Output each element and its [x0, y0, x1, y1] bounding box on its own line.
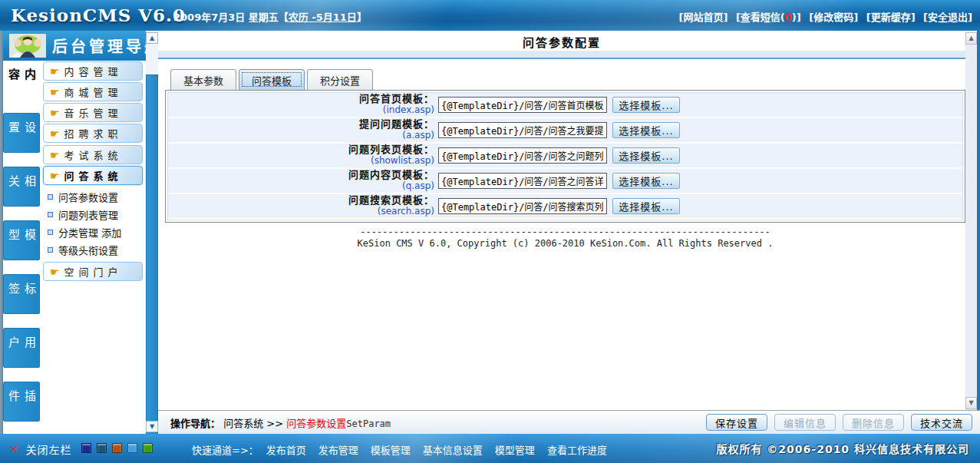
thumb-hand-icon: ☛: [50, 86, 60, 98]
quick-channel-label: 快速通道=>：: [192, 442, 259, 457]
quick-link-publish-home[interactable]: 发布首页: [266, 442, 306, 457]
sidebar-menu: ☛内容管理 ☛商城管理 ☛音乐管理 ☛招聘求职 ☛考试系统 ☛问答系统 问答参数…: [40, 61, 146, 434]
choose-template-button[interactable]: 选择模板...: [612, 198, 680, 214]
scroll-up-icon[interactable]: ▲: [146, 32, 158, 44]
template-path-input[interactable]: [438, 97, 607, 113]
field-label: 提问问题模板： (a.asp): [168, 119, 438, 141]
menu-group-label: 空间门户: [64, 264, 123, 279]
quick-link-publish-manage[interactable]: 发布管理: [318, 442, 358, 457]
sidebar-tab-users[interactable]: 用户: [3, 328, 40, 368]
choose-template-button[interactable]: 选择模板...: [612, 173, 680, 189]
breadcrumb-section[interactable]: 问答系统: [223, 418, 263, 429]
sidebar-tab-model[interactable]: 模型: [3, 220, 40, 260]
sidebar-tab-column: 内容 设置 相关 模型 标签 用户 插件: [3, 61, 40, 434]
top-bar: KesionCMS V6.0 2009年7月3日 星期五【农历 -5月11日】 …: [0, 0, 980, 31]
template-form-inner: 问答首页模板： (index.asp) 选择模板... 提问问题模板： (a.a…: [167, 92, 963, 220]
menu-item-rank-titles[interactable]: 等级头衔设置: [48, 242, 143, 257]
menu-group-mall[interactable]: ☛商城管理: [43, 82, 143, 101]
sidebar-tab-related[interactable]: 相关: [3, 167, 40, 207]
field-label: 问答首页模板： (index.asp): [168, 94, 438, 116]
menu-group-music[interactable]: ☛音乐管理: [43, 103, 143, 122]
app-window: KesionCMS V6.0 2009年7月3日 星期五【农历 -5月11日】 …: [0, 0, 980, 463]
quick-link-model-manage[interactable]: 模型管理: [495, 442, 535, 457]
field-file-link[interactable]: (showlist.asp): [168, 156, 434, 167]
template-path-input[interactable]: [438, 147, 607, 164]
template-path-input[interactable]: [438, 198, 607, 214]
field-label: 问题搜索页模板： (search.asp): [168, 195, 438, 217]
theme-swatch-rust[interactable]: [112, 443, 122, 453]
sidebar-scrollbar: ▲ ▼: [146, 31, 158, 434]
breadcrumb-current: 问答参数设置: [286, 418, 346, 429]
scroll-down-icon[interactable]: ▼: [146, 421, 158, 432]
sidebar-tab-settings[interactable]: 设置: [3, 113, 40, 153]
thumb-hand-icon: ☛: [50, 127, 60, 140]
tab-points-settings[interactable]: 积分设置: [307, 69, 373, 90]
theme-swatch-green[interactable]: [143, 443, 153, 453]
sidebar-scrollbar-thumb[interactable]: [146, 74, 158, 451]
field-name: 问答首页模板：: [168, 94, 434, 105]
quick-link-basic-info[interactable]: 基本信息设置: [423, 442, 483, 457]
menu-item-label: 分类管理 添加: [58, 225, 121, 240]
tab-basic-params[interactable]: 基本参数: [170, 69, 236, 90]
refresh-cache-link[interactable]: [更新缓存]: [866, 12, 916, 23]
theme-swatch-blue[interactable]: [127, 443, 137, 453]
menu-item-qa-params[interactable]: 问答参数设置: [48, 189, 143, 204]
edit-info-button: 编辑信息: [774, 414, 836, 431]
choose-template-button[interactable]: 选择模板...: [612, 147, 680, 164]
menu-item-label: 等级头衔设置: [58, 243, 118, 257]
thumb-hand-icon: ☛: [50, 266, 60, 278]
choose-template-button[interactable]: 选择模板...: [612, 97, 680, 113]
field-file-link[interactable]: (search.asp): [168, 207, 434, 217]
sidebar-tab-plugins[interactable]: 插件: [3, 382, 40, 422]
theme-swatch-teal[interactable]: [97, 443, 107, 453]
field-label: 问题内容页模板： (q.asp): [168, 170, 438, 192]
save-settings-button[interactable]: 保存设置: [706, 414, 767, 431]
menu-group-qa[interactable]: ☛问答系统: [43, 166, 143, 185]
field-file-link[interactable]: (q.asp): [168, 181, 434, 192]
field-name: 问题搜索页模板：: [168, 195, 434, 207]
quick-link-work-progress[interactable]: 查看工作进度: [547, 442, 607, 457]
breadcrumb-separator: >>: [266, 418, 283, 429]
operation-bar: 操作导航： 问答系统 >> 问答参数设置SetParam 保存设置 编辑信息 删…: [158, 410, 980, 434]
scroll-up-icon[interactable]: ▲: [965, 32, 977, 45]
menu-group-label: 考试系统: [64, 147, 123, 162]
menu-group-space-portal[interactable]: ☛空间门户: [43, 262, 143, 281]
template-path-input[interactable]: [438, 122, 607, 138]
close-left-panel-button[interactable]: ✕ 关闭左栏: [9, 442, 72, 457]
menu-group-jobs[interactable]: ☛招聘求职: [43, 124, 143, 143]
scroll-down-icon[interactable]: ▼: [965, 397, 977, 409]
square-bullet-icon: [48, 230, 53, 235]
menu-item-category-manage[interactable]: 分类管理 添加: [48, 224, 143, 240]
field-file-link[interactable]: (index.asp): [168, 105, 434, 116]
thumb-hand-icon: ☛: [50, 107, 60, 119]
close-left-panel-label: 关闭左栏: [26, 442, 72, 457]
logout-link[interactable]: [安全退出]: [923, 12, 972, 23]
sidebar-tab-content[interactable]: 内容: [3, 61, 40, 108]
footer-copyright: KeSion CMS V 6.0, Copyright (c) 2006-201…: [165, 238, 965, 249]
view-messages-link[interactable]: [查看短信(0)]: [736, 12, 801, 23]
tab-qa-templates[interactable]: 问答模板: [239, 69, 305, 90]
title-underlay-strip: [158, 51, 977, 58]
choose-template-button[interactable]: 选择模板...: [612, 122, 680, 138]
field-file-link[interactable]: (a.asp): [168, 131, 434, 141]
lunar-date-link[interactable]: 农历 -5月11日: [289, 12, 357, 23]
footer-divider: ----------------------------------------…: [165, 227, 965, 237]
quick-link-template-manage[interactable]: 模板管理: [371, 442, 411, 457]
tech-support-button[interactable]: 技术交流: [911, 414, 972, 431]
theme-swatch-navy[interactable]: [81, 443, 91, 453]
menu-group-label: 问答系统: [64, 168, 123, 183]
delete-info-button: 删除信息: [843, 414, 904, 431]
change-password-link[interactable]: [修改密码]: [809, 12, 858, 23]
sidebar-tab-tags[interactable]: 标签: [3, 274, 40, 314]
window-border-right: [977, 31, 980, 434]
square-bullet-icon: [48, 194, 53, 200]
menu-group-exam[interactable]: ☛考试系统: [43, 145, 143, 164]
site-home-link[interactable]: [网站首页]: [678, 12, 728, 23]
template-path-input[interactable]: [438, 173, 607, 189]
menu-item-question-list[interactable]: 问题列表管理: [48, 207, 143, 222]
menu-group-label: 商城管理: [64, 84, 123, 99]
menu-group-content[interactable]: ☛内容管理: [43, 61, 143, 81]
admin-avatar: [9, 34, 46, 58]
field-name: 问题列表页模板：: [168, 144, 434, 156]
app-logo: KesionCMS V6.0: [11, 5, 186, 25]
